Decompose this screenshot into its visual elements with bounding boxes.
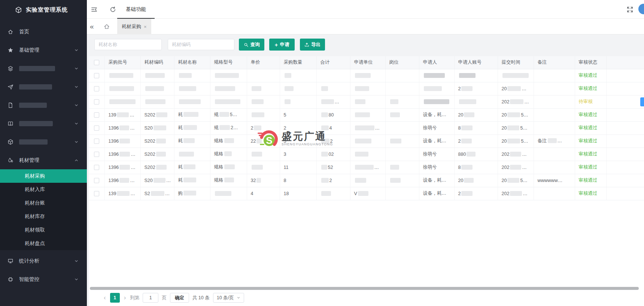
sidebar-subitem-consumable-stocktake[interactable]: 耗材盘点 (0, 237, 87, 250)
table-cell (385, 148, 419, 161)
close-icon[interactable]: × (144, 24, 147, 30)
sidebar-item-basic-management[interactable]: 基础管理 (0, 41, 87, 59)
table-row: 1396…S20…耗规格3282设备，耗…20205…wwwwww…审核通过 (89, 174, 644, 187)
row-checkbox[interactable] (94, 99, 99, 104)
menu-fold-icon[interactable] (91, 6, 98, 13)
sidebar-subitem-consumable-stock[interactable]: 耗材库存 (0, 210, 87, 223)
sidebar-subitem-consumable-ledger[interactable]: 耗材台账 (0, 196, 87, 210)
redacted-value (151, 191, 164, 196)
table-cell (534, 95, 575, 108)
tab-basic-functions[interactable]: 基础功能 (117, 0, 155, 19)
table-cell (350, 148, 385, 161)
export-button[interactable]: 导出 (300, 39, 325, 51)
row-checkbox[interactable] (94, 165, 99, 170)
table-cell: 1396… (104, 161, 140, 174)
row-checkbox[interactable] (94, 112, 99, 118)
redacted-value (507, 112, 520, 117)
page-number-button[interactable]: 1 (110, 293, 120, 303)
redacted-value (502, 73, 529, 78)
table-cell (350, 108, 385, 121)
apply-button[interactable]: + 申请 (269, 39, 295, 51)
redacted-value (355, 99, 365, 104)
home-icon[interactable] (103, 23, 110, 30)
table-cell (534, 148, 575, 161)
sidebar-item-redacted-1[interactable] (0, 59, 87, 78)
sidebar-item-redacted-4[interactable] (0, 114, 87, 133)
row-checkbox[interactable] (94, 73, 99, 78)
confirm-button[interactable]: 确定 (170, 293, 189, 303)
sidebar-item-redacted-5[interactable] (0, 133, 87, 151)
redacted-value (119, 139, 130, 143)
row-checkbox[interactable] (94, 191, 99, 196)
table-cell: 139… (104, 187, 140, 200)
table-cell (498, 69, 534, 82)
status-cell: 审核通过 (575, 108, 606, 121)
status-badge: 审核通过 (579, 125, 598, 130)
redacted-value (215, 99, 240, 104)
page-size-select[interactable]: 10 条/页 (213, 293, 244, 303)
redacted-value (183, 112, 198, 117)
consumable-name-input[interactable] (94, 39, 162, 50)
redacted-value (219, 112, 229, 117)
table-row: 139…S202耗规5…580设备，耗…20205…审核通过 (89, 108, 644, 121)
actions-cell (606, 82, 644, 95)
row-checkbox[interactable] (94, 125, 99, 131)
sidebar-item-smart-control[interactable]: 智能管控 (0, 270, 87, 288)
redacted-value (390, 99, 398, 104)
search-button[interactable]: 查询 (239, 39, 264, 51)
row-checkbox[interactable] (94, 178, 99, 183)
table-cell: 11 (280, 161, 316, 174)
sidebar-item-consumable-management[interactable]: 耗材管理 (0, 151, 87, 169)
sidebar-subitem-consumable-claim[interactable]: 耗材领取 (0, 223, 87, 237)
tab-chip-consumable-purchase[interactable]: 耗材采购 × (117, 19, 151, 34)
select-all-checkbox[interactable] (94, 60, 99, 65)
sidebar-item-statistics[interactable]: 统计分析 (0, 252, 87, 270)
avatar[interactable] (638, 4, 644, 14)
table-cell: 02 (316, 148, 350, 161)
table-cell (350, 69, 385, 82)
sidebar-item-redacted-2[interactable] (0, 78, 87, 96)
status-badge: 审核通过 (579, 112, 598, 117)
table-cell (350, 134, 385, 148)
redacted-value (424, 73, 445, 78)
table-cell: 规2… (210, 121, 247, 134)
prev-page-icon[interactable]: ‹ (103, 293, 107, 303)
row-checkbox[interactable] (94, 152, 99, 157)
redacted-value (390, 112, 400, 117)
row-checkbox[interactable] (94, 86, 99, 91)
consumable-code-input[interactable] (168, 39, 234, 50)
table-cell: 耗 (174, 161, 210, 174)
search-button-label: 查询 (250, 42, 260, 48)
sidebar-item-redacted-3[interactable] (0, 96, 87, 114)
column-header: 合计 (316, 56, 350, 69)
sidebar-subitem-consumable-purchase[interactable]: 耗材采购 (0, 169, 87, 183)
sidebar-item-home[interactable]: 首页 (0, 22, 87, 41)
redacted-value (548, 138, 557, 143)
goto-page-input[interactable] (143, 293, 158, 303)
redacted-value (215, 73, 239, 78)
table-cell (385, 82, 419, 95)
sidebar-subitem-consumable-inbound[interactable]: 耗材入库 (0, 183, 87, 196)
table-cell: 规格 (210, 148, 247, 161)
next-page-icon[interactable]: › (123, 293, 127, 303)
table-cell: 规格 (210, 174, 247, 187)
table-cell (350, 82, 385, 95)
table-cell: 20… (498, 82, 534, 95)
fullscreen-icon[interactable] (626, 6, 634, 13)
audit-button[interactable] (640, 97, 644, 106)
table-cell: 规格 (210, 161, 247, 174)
redacted-value (355, 165, 374, 170)
table-cell: 2 (316, 134, 350, 148)
collapse-tabs-icon[interactable]: « (90, 22, 94, 31)
column-header: 采购数量 (280, 56, 316, 69)
row-checkbox[interactable] (94, 139, 99, 144)
horizontal-scrollbar[interactable] (90, 287, 639, 290)
drop-icon (7, 157, 13, 163)
main-content: 查询 + 申请 导出 采购批号耗材编码耗材名称规格型号单价采购数量合计申请单位岗… (87, 34, 644, 306)
column-header: 申请人账号 (454, 56, 498, 69)
redacted-value (390, 178, 401, 183)
status-badge: 审核通过 (579, 73, 598, 78)
table-cell: 202… (498, 95, 534, 108)
table-cell: 8 (280, 174, 316, 187)
refresh-icon[interactable] (109, 6, 116, 13)
